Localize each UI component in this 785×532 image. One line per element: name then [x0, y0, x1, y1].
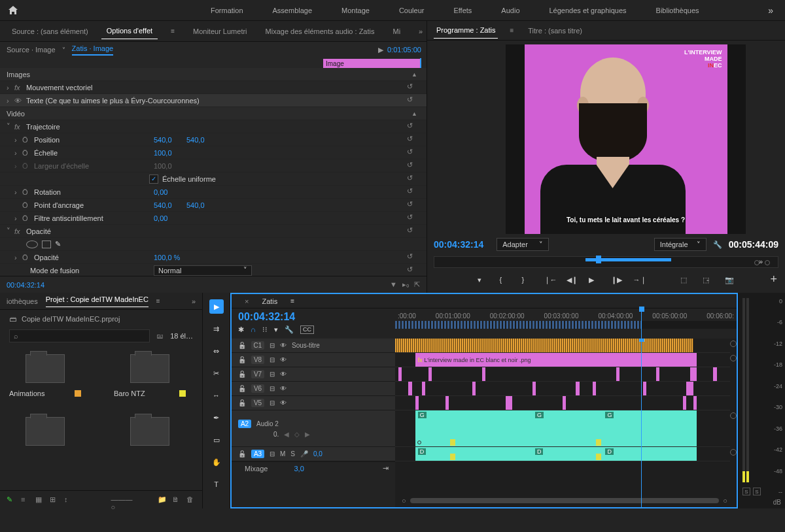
selection-tool-icon[interactable]: ▶: [209, 299, 224, 314]
prop-rotation[interactable]: ›ÖRotation0,00↺: [0, 186, 427, 199]
tab-audio-mixer[interactable]: Mixage des éléments audio : Zatis: [260, 24, 380, 39]
rect-tool-icon[interactable]: ▭: [209, 433, 224, 447]
prop-filtre[interactable]: ›ÖFiltre antiscintillement0,00↺: [0, 212, 427, 225]
reset-icon[interactable]: ↺: [407, 265, 417, 276]
reset-icon[interactable]: ↺: [407, 161, 417, 171]
export-frame-icon[interactable]: 📷: [725, 276, 735, 286]
workspace-audio[interactable]: Audio: [487, 1, 534, 20]
reset-icon[interactable]: ↺: [407, 148, 417, 158]
pencil-icon[interactable]: ✎: [7, 495, 16, 505]
track-v8-header[interactable]: V8⊟👁: [232, 353, 395, 367]
settings-icon[interactable]: 🔧: [285, 325, 294, 334]
tab-titre[interactable]: Titre : (sans titre): [525, 23, 585, 39]
step-back-icon[interactable]: ◀❙: [567, 276, 577, 286]
zoom-slider[interactable]: ———○: [111, 495, 120, 505]
panel-menu-icon[interactable]: ≡: [507, 23, 516, 38]
list-view-icon[interactable]: ≡: [21, 495, 30, 505]
search-input[interactable]: ⌕: [9, 329, 150, 342]
timeline-hscroll[interactable]: ○ ○: [402, 497, 727, 505]
reset-icon[interactable]: ↺: [407, 82, 417, 93]
track-content[interactable]: fx L'interview made in EC blanc et noir …: [395, 339, 737, 507]
footer-timecode[interactable]: 00:04:32:14: [7, 281, 44, 289]
reset-icon[interactable]: ↺: [407, 122, 417, 132]
prev-kf-icon[interactable]: ◀: [284, 431, 289, 438]
play-icon[interactable]: ▶: [378, 46, 383, 54]
tab-program[interactable]: Programme : Zatis: [434, 22, 498, 39]
type-tool-icon[interactable]: T: [209, 477, 224, 491]
track-a3-header[interactable]: A3⊟MS🎤0,0: [232, 447, 395, 461]
playhead[interactable]: [641, 308, 642, 339]
fx-opacite[interactable]: ˅fxOpacité↺: [0, 225, 427, 238]
ripple-tool-icon[interactable]: ⇔: [209, 344, 224, 358]
bin-item[interactable]: [9, 417, 81, 452]
workspace-effets[interactable]: Effets: [439, 1, 486, 20]
workspace-montage[interactable]: Montage: [327, 1, 384, 20]
add-button-icon[interactable]: +: [770, 273, 777, 286]
sort-icon[interactable]: ↕: [64, 495, 73, 505]
home-icon[interactable]: [0, 0, 26, 21]
quality-dropdown[interactable]: Intégrale˅: [654, 238, 706, 251]
mic-icon[interactable]: 🎤: [300, 450, 308, 457]
mix-row[interactable]: Mixage3,0⇥: [232, 461, 395, 474]
extract-icon[interactable]: ⬚̵: [703, 276, 713, 286]
blend-mode-dropdown[interactable]: Normal˅: [154, 265, 252, 276]
bin-baro-ntz[interactable]: Baro NTZ: [114, 354, 186, 397]
hand-tool-icon[interactable]: ✋: [209, 455, 224, 469]
panel-menu-icon[interactable]: ≡: [284, 297, 301, 305]
out-bracket-icon[interactable]: }: [522, 276, 532, 286]
link-icon[interactable]: ⁝⁝: [262, 325, 268, 334]
scrub-bar[interactable]: [434, 256, 778, 268]
panel-menu-icon[interactable]: ≡: [166, 24, 180, 39]
dropdown-icon[interactable]: ▸₀: [402, 280, 409, 289]
popout-icon[interactable]: ⇱: [414, 280, 420, 289]
nest-icon[interactable]: ✱: [238, 325, 244, 334]
breadcrumb-sequence[interactable]: Zatis · Image: [72, 44, 114, 56]
panel-menu-icon[interactable]: ≡: [156, 297, 160, 305]
track-select-tool-icon[interactable]: ⇉: [209, 322, 224, 336]
goto-in-icon[interactable]: ❘←: [544, 276, 555, 286]
prop-mode-fusion[interactable]: Mode de fusionNormal˅↺: [0, 264, 427, 276]
bin-item[interactable]: [114, 417, 186, 452]
add-kf-icon[interactable]: ◇: [294, 431, 300, 438]
cc-icon[interactable]: CC: [300, 325, 314, 334]
timeline-timecode[interactable]: 00:04:32:14: [238, 311, 389, 323]
step-fwd-icon[interactable]: ❙▶: [611, 276, 621, 286]
workspace-legendes[interactable]: Légendes et graphiques: [535, 1, 641, 20]
workspace-couleur[interactable]: Couleur: [385, 1, 439, 20]
freeform-icon[interactable]: ⊞: [50, 495, 59, 505]
play-icon[interactable]: ▶: [589, 276, 599, 286]
reset-icon[interactable]: ↺: [407, 187, 417, 197]
marker-tool-icon[interactable]: ▾: [274, 325, 278, 334]
reset-icon[interactable]: ↺: [407, 226, 417, 237]
fx-trajectoire[interactable]: ˅fxTrajectoire↺: [0, 120, 427, 133]
playhead-icon[interactable]: [596, 256, 601, 263]
eye-icon[interactable]: 👁: [280, 342, 287, 349]
tab-bibliotheques[interactable]: iothèques: [7, 297, 38, 305]
track-c1-header[interactable]: C1⊟👁Sous-titre: [232, 339, 395, 353]
checkbox-uniforme[interactable]: ✓: [149, 175, 158, 184]
sync-icon[interactable]: ⊟: [270, 342, 275, 349]
overflow-icon[interactable]: »: [756, 5, 785, 16]
fx-texte[interactable]: ›👁Texte (Ce que tu aimes le plus à Évry-…: [0, 94, 427, 107]
overflow-icon[interactable]: »: [413, 24, 428, 39]
tab-source[interactable]: Source : (sans élément): [7, 24, 94, 39]
next-kf-icon[interactable]: ▶: [305, 431, 310, 438]
timeline-ruler[interactable]: :00:0000:01:00:0000:02:00:0000:03:00:000…: [395, 308, 737, 339]
goto-end-icon[interactable]: ⇥: [383, 464, 389, 473]
reset-icon[interactable]: ↺: [407, 135, 417, 145]
prop-position[interactable]: ›ÖPosition540,0540,0↺: [0, 133, 427, 146]
goto-out-icon[interactable]: →❘: [633, 276, 644, 286]
marker-icon[interactable]: ▾: [478, 276, 488, 286]
reset-icon[interactable]: ↺: [407, 95, 417, 106]
prop-ancrage[interactable]: ÖPoint d'ancrage540,0540,0↺: [0, 199, 427, 212]
slip-tool-icon[interactable]: ↔: [209, 388, 224, 403]
track-v5-header[interactable]: V5⊟👁: [232, 396, 395, 410]
breadcrumb-source[interactable]: Source · Image: [7, 46, 56, 54]
track-v6-header[interactable]: V6⊟👁: [232, 382, 395, 396]
workspace-formation[interactable]: Formation: [196, 1, 258, 20]
collapse-icon[interactable]: ▲: [411, 107, 417, 120]
reset-icon[interactable]: ↺: [407, 174, 417, 184]
reset-icon[interactable]: ↺: [407, 200, 417, 210]
solo-left[interactable]: S: [742, 488, 750, 495]
overflow-icon[interactable]: »: [192, 297, 196, 305]
